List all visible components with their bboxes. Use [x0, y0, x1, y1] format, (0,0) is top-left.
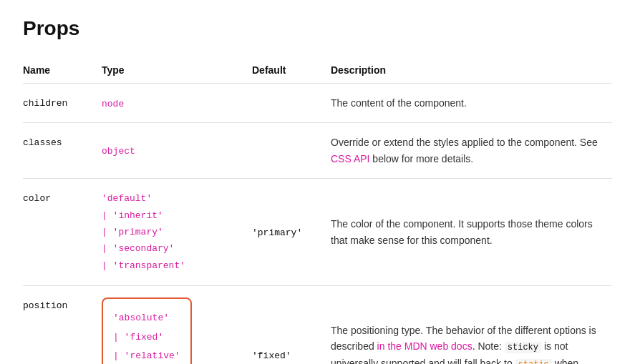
prop-type: object: [102, 123, 252, 179]
prop-description: The positioning type. The behavior of th…: [331, 286, 612, 364]
props-table: Name Type Default Description children n…: [23, 57, 612, 364]
table-row: color 'default' | 'inherit' | 'primary' …: [23, 179, 612, 286]
default-value: 'primary': [252, 227, 302, 238]
default-value: 'fixed': [252, 350, 291, 361]
description-text: The color of the component. It supports …: [331, 218, 593, 245]
type-option: | 'relative': [113, 350, 180, 361]
type-option: | 'primary': [102, 227, 163, 237]
description-text: The positioning type. The behavior of th…: [331, 325, 596, 364]
prop-description: The color of the component. It supports …: [331, 179, 612, 286]
prop-name: position: [23, 286, 102, 364]
type-option: 'absolute': [113, 313, 169, 323]
prop-default: 'primary': [252, 179, 331, 286]
table-row: classes object Override or extend the st…: [23, 123, 612, 179]
prop-name: color: [23, 179, 102, 286]
description-text: The content of the component.: [331, 97, 467, 109]
type-option: | 'inherit': [102, 210, 163, 221]
col-header-default: Default: [252, 57, 331, 84]
col-header-name: Name: [23, 57, 102, 84]
page-title: Props: [23, 17, 612, 40]
prop-default: [252, 84, 331, 123]
type-multi: 'default' | 'inherit' | 'primary' | 'sec…: [102, 190, 243, 274]
type-value: object: [102, 146, 135, 157]
prop-type: node: [102, 84, 252, 123]
prop-type: 'absolute' | 'fixed' | 'relative' | 'sta…: [102, 286, 252, 364]
type-value: node: [102, 99, 124, 109]
type-option: 'default': [102, 193, 152, 204]
col-header-description: Description: [331, 57, 612, 84]
type-option: | 'secondary': [102, 243, 174, 254]
css-api-link[interactable]: CSS API: [331, 153, 369, 164]
prop-type: 'default' | 'inherit' | 'primary' | 'sec…: [102, 179, 252, 286]
prop-name: children: [23, 84, 102, 123]
type-option: | 'transparent': [102, 260, 185, 271]
prop-default: 'fixed': [252, 286, 331, 364]
description-text: Override or extend the styles applied to…: [331, 137, 598, 164]
table-row: children node The content of the compone…: [23, 84, 612, 123]
code-sticky: sticky: [505, 342, 541, 353]
prop-description: Override or extend the styles applied to…: [331, 123, 612, 179]
prop-default: [252, 123, 331, 179]
type-multi-highlighted: 'absolute' | 'fixed' | 'relative' | 'sta…: [102, 297, 192, 364]
col-header-type: Type: [102, 57, 252, 84]
mdn-docs-link[interactable]: in the MDN web docs: [377, 340, 472, 352]
prop-description: The content of the component.: [331, 84, 612, 123]
code-static: static: [515, 359, 552, 364]
type-option: | 'fixed': [113, 332, 163, 343]
table-row: position 'absolute' | 'fixed' | 'relativ…: [23, 286, 612, 364]
prop-name: classes: [23, 123, 102, 179]
